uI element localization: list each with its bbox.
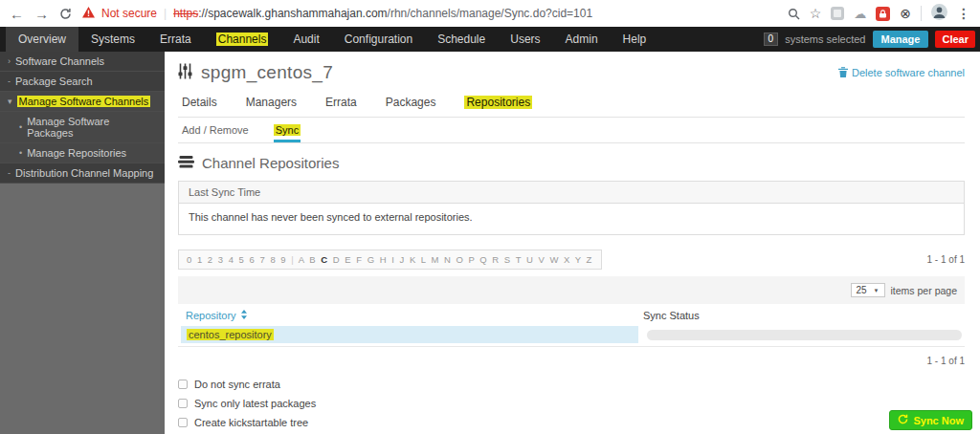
alphabet-letters[interactable]: A B (299, 254, 317, 265)
browser-toolbar: ← → Not secure | https://spacewalk.ghans… (0, 0, 980, 27)
url-scheme: https (173, 7, 198, 20)
systems-selected-label: systems selected (785, 33, 865, 45)
bullet-icon: • (19, 122, 22, 132)
nav-label: Admin (566, 33, 598, 46)
subtab-sync[interactable]: Sync (274, 124, 301, 142)
browser-menu-icon[interactable]: ⋮ (957, 7, 970, 20)
sidebar-item-manage-software-packages[interactable]: • Manage Software Packages (0, 112, 165, 143)
delete-software-channel-link[interactable]: Delete software channel (838, 67, 965, 79)
address-separator: | (164, 7, 167, 20)
sidebar-item-label: Package Search (15, 76, 93, 87)
page-size-value: 25 (857, 285, 867, 295)
avatar[interactable] (931, 4, 947, 24)
pdf-extension-icon[interactable] (831, 7, 844, 20)
checkbox-do-not-sync-errata[interactable] (178, 380, 188, 389)
checkbox-create-kickstartable-tree[interactable] (178, 418, 188, 427)
sidebar-item-label: Distribution Channel Mapping (15, 167, 153, 179)
chevron-down-icon: ▼ (874, 288, 880, 293)
repository-column-label: Repository (186, 310, 236, 321)
checkbox-sync-only-latest-packages[interactable] (178, 399, 188, 408)
last-sync-panel-header: Last Sync Time (179, 182, 964, 204)
clear-button[interactable]: Clear (935, 31, 975, 48)
nav-item-errata[interactable]: Errata (147, 27, 204, 52)
subtab-sync-label: Sync (274, 124, 301, 136)
channel-sliders-icon (178, 63, 192, 83)
search-icon[interactable] (788, 8, 800, 20)
sidebar-item-distribution-channel-mapping[interactable]: - Distribution Channel Mapping (0, 163, 165, 184)
sync-status-cell (638, 326, 962, 343)
blocker-extension-icon[interactable]: ⊗ (900, 7, 911, 20)
sidebar-item-manage-software-channels[interactable]: ▾ Manage Software Channels (0, 92, 165, 112)
column-header-repository[interactable]: Repository (186, 310, 643, 321)
sync-now-label: Sync Now (913, 415, 964, 426)
nav-item-audit[interactable]: Audit (280, 27, 331, 52)
nav-item-admin[interactable]: Admin (553, 27, 611, 52)
url-path: /rhn/channels/manage/Sync.do?cid=101 (388, 7, 592, 20)
sidebar-item-manage-repositories[interactable]: • Manage Repositories (0, 143, 165, 163)
sidebar: › Software Channels - Package Search ▾ M… (0, 52, 165, 434)
alphabet-letter-active[interactable]: C (321, 254, 328, 265)
nav-item-configuration[interactable]: Configuration (332, 27, 425, 52)
sidebar-filler (0, 184, 165, 434)
manage-button[interactable]: Manage (873, 31, 929, 48)
reload-icon[interactable] (59, 8, 72, 20)
tab-managers[interactable]: Managers (246, 96, 297, 109)
repositories-subtabs: Add / Remove Sync (178, 118, 965, 143)
alphabet-digits[interactable]: 0 1 2 3 4 5 6 7 8 9 (187, 254, 287, 265)
nav-item-schedule[interactable]: Schedule (425, 27, 498, 52)
bookmark-star-icon[interactable]: ☆ (810, 7, 822, 20)
tab-packages[interactable]: Packages (386, 96, 436, 109)
nav-item-users[interactable]: Users (498, 27, 552, 52)
repository-link[interactable]: centos_repository (187, 329, 274, 340)
dash-icon: - (8, 168, 11, 178)
sidebar-item-software-channels[interactable]: › Software Channels (0, 52, 165, 72)
table-row: centos_repository (178, 326, 965, 346)
sync-now-button[interactable]: Sync Now (889, 410, 972, 430)
alphabet-filter[interactable]: 0 1 2 3 4 5 6 7 8 9 | A B C D E F G H I … (178, 250, 602, 270)
table-toolbar: 25 ▼ items per page (178, 276, 965, 304)
tab-errata[interactable]: Errata (325, 96, 357, 109)
last-sync-panel: Last Sync Time This channel has never be… (178, 181, 965, 235)
back-icon[interactable]: ← (10, 7, 24, 21)
lock-extension-icon[interactable] (876, 7, 890, 21)
sidebar-item-label: Manage Software Packages (27, 116, 157, 139)
nav-label: Schedule (437, 33, 485, 46)
nav-label: Overview (18, 33, 66, 46)
toolbar-divider (921, 6, 922, 21)
forward-icon[interactable]: → (34, 7, 49, 21)
section-header: Channel Repositories (178, 155, 965, 171)
checkbox-label: Sync only latest packages (194, 398, 316, 409)
last-sync-panel-body: This channel has never been synced to ex… (179, 204, 964, 234)
cloud-extension-icon[interactable]: ☁ (854, 8, 866, 20)
screen: ← → Not secure | https://spacewalk.ghans… (0, 0, 980, 434)
address-bar[interactable]: Not secure | https://spacewalk.ghanshamm… (82, 5, 777, 22)
option-row: Create kickstartable tree (178, 417, 965, 428)
checkbox-label: Do not sync errata (194, 379, 280, 390)
option-row: Do not sync errata (178, 379, 965, 390)
nav-item-systems[interactable]: Systems (78, 27, 147, 52)
option-row: Sync only latest packages (178, 398, 965, 409)
sidebar-item-label: Software Channels (15, 55, 104, 67)
tab-repositories[interactable]: Repositories (464, 96, 532, 109)
sidebar-item-label-highlighted: Manage Software Channels (17, 96, 151, 107)
nav-item-help[interactable]: Help (611, 27, 659, 52)
repository-cell: centos_repository (181, 326, 638, 343)
subtab-add-remove[interactable]: Add / Remove (182, 124, 249, 142)
pagination-bottom: 1 - 1 of 1 (927, 356, 965, 366)
trash-icon (838, 67, 848, 79)
pagination-bottom-row: 1 - 1 of 1 (178, 356, 965, 366)
nav-item-channels[interactable]: Channels (204, 27, 281, 52)
page-size-select[interactable]: 25 ▼ (851, 283, 885, 297)
section-title: Channel Repositories (202, 155, 339, 171)
main-content: spgm_centos_7 Delete software channel (165, 52, 980, 434)
sync-status-bar (647, 330, 962, 340)
chevron-right-icon: › (8, 56, 11, 66)
pagination-top: 1 - 1 of 1 (927, 254, 965, 265)
alphabet-letters[interactable]: D E F G H I J K L M N O P Q R S T U V W … (333, 254, 593, 265)
tab-details[interactable]: Details (182, 96, 217, 109)
nav-label: Errata (160, 33, 191, 46)
refresh-icon (898, 414, 908, 426)
nav-item-overview[interactable]: Overview (6, 27, 78, 52)
sidebar-item-package-search[interactable]: - Package Search (0, 72, 165, 92)
nav-label: Help (623, 33, 647, 46)
